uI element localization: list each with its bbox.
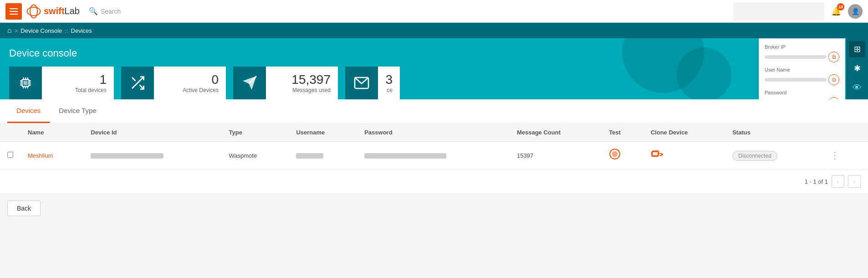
col-message-count: Message Count bbox=[510, 124, 602, 142]
stat-total-devices-values: 1 Total devices bbox=[42, 69, 114, 97]
grid-view-button[interactable]: ⊞ bbox=[849, 41, 865, 57]
svg-point-0 bbox=[27, 7, 41, 15]
help-button[interactable]: ✱ bbox=[849, 60, 865, 77]
username-value bbox=[296, 153, 323, 159]
password-row: ⧉ bbox=[765, 97, 839, 99]
stat-mail-label: ce bbox=[385, 87, 393, 93]
table-container: Name Device Id Type Username Password Me… bbox=[0, 124, 868, 170]
row-username-cell bbox=[289, 142, 357, 170]
broker-ip-label: Broker IP bbox=[765, 44, 839, 50]
clone-device-icon bbox=[651, 149, 664, 159]
logo: swiftLab bbox=[26, 4, 80, 19]
breadcrumb-sep2: :: bbox=[65, 27, 68, 34]
row-more-cell: ⋮ bbox=[819, 142, 868, 170]
password-label: Password bbox=[765, 90, 839, 95]
tabs-section: Devices Device Type bbox=[0, 99, 868, 124]
stat-active-count: 0 bbox=[161, 72, 219, 87]
col-checkbox bbox=[0, 124, 20, 142]
search-icon: 🔍 bbox=[89, 7, 98, 15]
right-action-panel: ⊞ ✱ 👁 bbox=[846, 38, 868, 99]
stat-active-label: Active Devices bbox=[161, 87, 219, 93]
col-actions bbox=[819, 124, 868, 142]
next-page-button[interactable]: › bbox=[848, 175, 861, 188]
svg-marker-20 bbox=[243, 76, 256, 90]
stat-messages: 15,397 Messages used bbox=[233, 67, 338, 99]
col-clone-device: Clone Device bbox=[643, 124, 725, 142]
breadcrumb: ⌂ > Device Console :: Devices bbox=[0, 23, 868, 38]
more-options-button[interactable]: ⋮ bbox=[827, 150, 843, 160]
col-type: Type bbox=[222, 124, 289, 142]
tab-devices[interactable]: Devices bbox=[7, 99, 50, 123]
stat-total-count: 1 bbox=[49, 72, 107, 87]
stat-icon-shuffle bbox=[121, 67, 154, 99]
breadcrumb-part2: Devices bbox=[71, 27, 92, 34]
message-count-value: 15397 bbox=[517, 152, 533, 159]
username-label: User Name bbox=[765, 67, 839, 72]
hamburger-menu-button[interactable] bbox=[5, 3, 22, 20]
stats-row: 1 Total devices 0 Active Devices bbox=[9, 67, 859, 99]
nav-right: 🔔 18 👤 bbox=[733, 2, 863, 21]
top-nav: swiftLab 🔍 Search 🔔 18 👤 bbox=[0, 0, 868, 23]
tab-device-type[interactable]: Device Type bbox=[50, 99, 105, 123]
password-copy-button[interactable]: ⧉ bbox=[828, 97, 839, 99]
notification-badge: 18 bbox=[837, 3, 844, 10]
footer-section: Back bbox=[0, 193, 868, 223]
table-header-row: Name Device Id Type Username Password Me… bbox=[0, 124, 868, 142]
stat-messages-count: 15,397 bbox=[273, 72, 331, 87]
stat-total-label: Total devices bbox=[49, 87, 107, 93]
col-name: Name bbox=[20, 124, 83, 142]
stat-messages-label: Messages used bbox=[273, 87, 331, 93]
row-device-id-cell bbox=[83, 142, 221, 170]
back-button[interactable]: Back bbox=[7, 201, 41, 216]
table-section: Name Device Id Type Username Password Me… bbox=[0, 124, 868, 170]
devices-table: Name Device Id Type Username Password Me… bbox=[0, 124, 868, 170]
clone-icon[interactable] bbox=[651, 150, 664, 161]
username-field: User Name ⧉ bbox=[765, 67, 839, 85]
test-icon[interactable] bbox=[609, 151, 621, 162]
svg-rect-3 bbox=[24, 81, 28, 85]
chip-icon bbox=[17, 75, 34, 91]
user-avatar[interactable]: 👤 bbox=[848, 4, 863, 19]
search-button[interactable]: 🔍 Search bbox=[89, 7, 121, 15]
stat-icon-mail bbox=[345, 67, 378, 99]
row-test-cell bbox=[602, 142, 643, 170]
stat-total-devices: 1 Total devices bbox=[9, 67, 114, 99]
col-status: Status bbox=[725, 124, 819, 142]
username-copy-button[interactable]: ⧉ bbox=[828, 74, 839, 85]
row-name-cell: Meshlium bbox=[20, 142, 83, 170]
username-row: ⧉ bbox=[765, 74, 839, 85]
nav-placeholder bbox=[733, 2, 824, 21]
breadcrumb-part1: Device Console bbox=[20, 27, 62, 34]
row-clone-cell bbox=[643, 142, 725, 170]
stat-active-devices: 0 Active Devices bbox=[121, 67, 226, 99]
row-checkbox-cell bbox=[0, 142, 20, 170]
hero-title: Device console bbox=[9, 47, 859, 59]
username-bar bbox=[765, 78, 827, 82]
mail-icon bbox=[353, 75, 370, 91]
row-status-cell: Disconnected bbox=[725, 142, 819, 170]
view-button[interactable]: 👁 bbox=[849, 79, 865, 96]
table-row: Meshlium Waspmote 15397 bbox=[0, 142, 868, 170]
password-value bbox=[364, 153, 446, 159]
home-icon[interactable]: ⌂ bbox=[7, 26, 12, 35]
broker-ip-copy-button[interactable]: ⧉ bbox=[828, 51, 839, 62]
prev-page-button[interactable]: ‹ bbox=[832, 175, 844, 188]
breadcrumb-sep1: > bbox=[15, 27, 18, 34]
row-type-cell: Waspmote bbox=[222, 142, 289, 170]
stat-icon-chip bbox=[9, 67, 42, 99]
row-checkbox[interactable] bbox=[7, 152, 13, 158]
notification-button[interactable]: 🔔 18 bbox=[828, 3, 844, 20]
stat-messages-values: 15,397 Messages used bbox=[266, 69, 338, 97]
stat-mail: 3 ce bbox=[345, 67, 400, 99]
hero-section: Device console bbox=[0, 38, 868, 99]
device-id-value bbox=[91, 153, 163, 159]
broker-panel: Broker IP ⧉ User Name ⧉ Password ⧉ bbox=[759, 38, 845, 99]
shuffle-icon bbox=[129, 75, 146, 91]
password-field: Password ⧉ bbox=[765, 90, 839, 99]
device-name-link[interactable]: Meshlium bbox=[28, 152, 53, 159]
logo-text: swiftLab bbox=[44, 6, 80, 16]
broker-ip-bar bbox=[765, 55, 827, 59]
broker-ip-row: ⧉ bbox=[765, 51, 839, 62]
logo-icon bbox=[26, 4, 41, 19]
row-message-count-cell: 15397 bbox=[510, 142, 602, 170]
